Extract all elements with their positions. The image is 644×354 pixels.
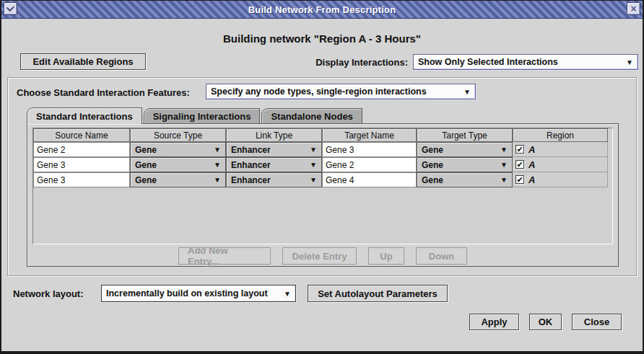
edit-available-regions-button[interactable]: Edit Available Regions xyxy=(20,53,146,70)
column-header-target-name[interactable]: Target Name xyxy=(322,128,417,142)
network-layout-value: Incrementally build on existing layout xyxy=(106,288,268,298)
table-action-buttons: Add New Entry... Delete Entry Up Down xyxy=(27,247,618,265)
target-type-select[interactable]: Gene ▼ xyxy=(417,142,513,157)
close-icon: × xyxy=(630,4,636,14)
chevron-down-icon: ▼ xyxy=(500,161,508,169)
target-name-field[interactable]: Gene 4 xyxy=(322,172,417,187)
link-type-value: Enhancer xyxy=(231,175,271,185)
table-row: Gene 3 Gene ▼ Enhancer ▼ Gene 4 Gene ▼ xyxy=(33,172,612,187)
link-type-value: Enhancer xyxy=(231,160,271,170)
region-cell: ✔ A xyxy=(513,172,608,187)
column-header-region[interactable]: Region xyxy=(513,128,608,142)
column-header-source-type[interactable]: Source Type xyxy=(130,128,226,142)
chevron-down-icon: ▼ xyxy=(214,146,221,154)
chevron-down-icon: ▼ xyxy=(464,88,471,96)
dialog-footer-buttons: Apply OK Close xyxy=(469,314,622,330)
network-layout-select[interactable]: Incrementally build on existing layout ▼ xyxy=(101,285,296,302)
chevron-down-icon: ▼ xyxy=(500,146,508,154)
chevron-down-icon: ▼ xyxy=(310,146,317,154)
source-name-field[interactable]: Gene 3 xyxy=(33,157,130,172)
table-row: Gene 3 Gene ▼ Enhancer ▼ Gene 2 Gene ▼ xyxy=(33,157,612,172)
target-type-value: Gene xyxy=(422,160,443,170)
interactions-table: Source Name Source Type Link Type Target… xyxy=(32,128,613,244)
chevron-down-icon: ▼ xyxy=(284,290,291,298)
chevron-down-icon: ▼ xyxy=(310,161,317,169)
build-network-dialog: Build Network From Description × Buildin… xyxy=(0,0,644,354)
source-type-value: Gene xyxy=(135,175,157,185)
set-autolayout-parameters-button[interactable]: Set Autolayout Parameters xyxy=(308,285,448,302)
link-type-select[interactable]: Enhancer ▼ xyxy=(226,157,322,172)
chevron-down-icon: ▼ xyxy=(214,176,221,184)
ok-button[interactable]: OK xyxy=(529,314,562,330)
chevron-down-icon: ▼ xyxy=(626,58,633,66)
move-up-button[interactable]: Up xyxy=(368,247,404,265)
interaction-features-panel: Choose Standard Interaction Features: Sp… xyxy=(7,77,637,276)
display-interactions-select[interactable]: Show Only Selected Interactions ▼ xyxy=(413,54,638,70)
add-new-entry-button[interactable]: Add New Entry... xyxy=(178,247,271,265)
source-type-select[interactable]: Gene ▼ xyxy=(130,142,226,157)
tab-standard-interactions[interactable]: Standard Interactions xyxy=(27,107,142,124)
region-cell: ✔ A xyxy=(513,142,608,157)
link-type-select[interactable]: Enhancer ▼ xyxy=(226,172,322,187)
tab-signaling-interactions[interactable]: Signaling Interactions xyxy=(144,108,261,124)
tab-standalone-nodes[interactable]: Standalone Nodes xyxy=(261,108,362,124)
column-header-target-type[interactable]: Target Type xyxy=(417,128,513,142)
source-type-value: Gene xyxy=(135,160,157,170)
delete-entry-button[interactable]: Delete Entry xyxy=(282,247,357,265)
chevron-down-icon xyxy=(6,4,14,12)
window-menu-button[interactable] xyxy=(4,2,17,15)
chevron-down-icon: ▼ xyxy=(214,161,221,169)
target-type-value: Gene xyxy=(422,145,443,155)
display-interactions-label: Display Interactions: xyxy=(316,57,408,68)
target-type-value: Gene xyxy=(422,175,443,185)
region-label: A xyxy=(528,159,535,170)
display-interactions-row: Display Interactions: Show Only Selected… xyxy=(316,54,638,70)
source-name-field[interactable]: Gene 2 xyxy=(33,142,130,157)
table-row: Gene 2 Gene ▼ Enhancer ▼ Gene 3 Gene ▼ xyxy=(33,142,612,157)
network-layout-label: Network layout: xyxy=(13,288,84,299)
target-name-field[interactable]: Gene 3 xyxy=(322,142,417,157)
region-checkbox[interactable]: ✔ xyxy=(515,145,524,154)
target-type-select[interactable]: Gene ▼ xyxy=(417,172,513,187)
display-interactions-value: Show Only Selected Interactions xyxy=(418,57,558,67)
move-down-button[interactable]: Down xyxy=(416,247,467,265)
region-checkbox[interactable]: ✔ xyxy=(515,160,524,169)
region-cell: ✔ A xyxy=(513,157,608,172)
table-header-row: Source Name Source Type Link Type Target… xyxy=(33,128,612,142)
features-value: Specify any node types, single-region in… xyxy=(211,87,427,97)
window-title: Build Network From Description xyxy=(248,4,396,15)
features-select[interactable]: Specify any node types, single-region in… xyxy=(206,84,476,99)
interaction-tabs: Standard Interactions Signaling Interact… xyxy=(27,107,362,124)
chevron-down-icon: ▼ xyxy=(310,176,317,184)
source-type-select[interactable]: Gene ▼ xyxy=(130,157,226,172)
region-label: A xyxy=(528,144,535,155)
source-type-value: Gene xyxy=(135,145,157,155)
target-type-select[interactable]: Gene ▼ xyxy=(417,157,513,172)
titlebar: Build Network From Description × xyxy=(1,1,643,19)
region-label: A xyxy=(528,174,535,185)
apply-button[interactable]: Apply xyxy=(469,314,519,330)
column-header-link-type[interactable]: Link Type xyxy=(226,128,322,142)
link-type-value: Enhancer xyxy=(231,145,271,155)
page-title: Building network "Region A - 3 Hours" xyxy=(1,32,643,45)
close-button[interactable]: Close xyxy=(572,314,622,330)
source-type-select[interactable]: Gene ▼ xyxy=(130,172,226,187)
region-checkbox[interactable]: ✔ xyxy=(515,175,524,184)
window-close-button[interactable]: × xyxy=(627,2,640,15)
source-name-field[interactable]: Gene 3 xyxy=(33,172,130,187)
features-label: Choose Standard Interaction Features: xyxy=(17,87,190,98)
standard-interactions-tabpanel: Source Name Source Type Link Type Target… xyxy=(27,123,619,267)
chevron-down-icon: ▼ xyxy=(500,176,508,184)
link-type-select[interactable]: Enhancer ▼ xyxy=(226,142,322,157)
column-header-source-name[interactable]: Source Name xyxy=(33,128,130,142)
target-name-field[interactable]: Gene 2 xyxy=(322,157,417,172)
